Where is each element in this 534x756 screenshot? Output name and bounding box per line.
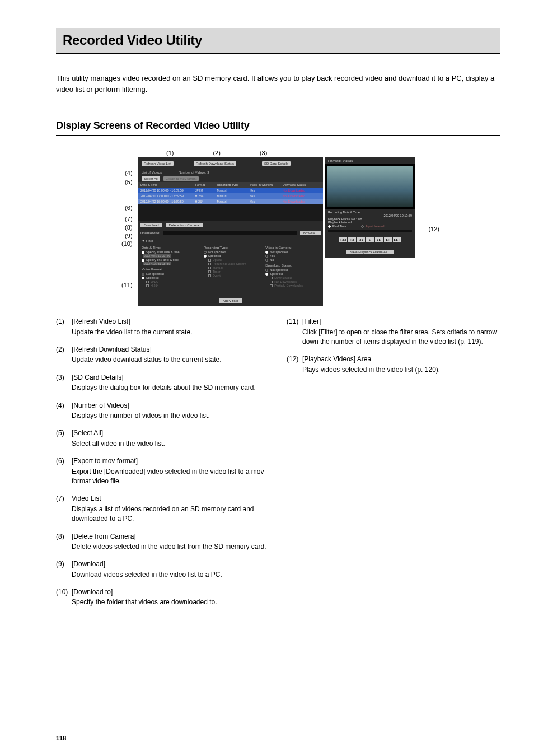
export-mov-button[interactable]: Export to mov format — [163, 176, 199, 181]
table-row[interactable]: 2012/04/20 17:00:00 - 17:59:59 H.264 Man… — [138, 193, 323, 199]
callout-7: (7) — [121, 216, 133, 222]
desc-title: [Refresh Video List] — [72, 317, 130, 326]
filter-panel: Date & Time: Specify start date & time 2… — [138, 244, 323, 292]
first-icon[interactable]: |◀◀ — [339, 237, 347, 242]
ds-notspec-radio[interactable] — [265, 269, 268, 272]
playback-video — [325, 164, 415, 209]
desc-num: (10) — [56, 587, 72, 597]
prev-icon[interactable]: |◀ — [348, 237, 356, 242]
apply-filter-button[interactable]: Apply filter — [219, 298, 242, 303]
page-title: Recorded Video Utility — [63, 32, 494, 48]
delete-button[interactable]: Delete from Camera — [166, 223, 203, 227]
desc-body: Update the video list to the current sta… — [72, 328, 270, 337]
callout-11: (11) — [121, 282, 133, 288]
save-frame-button[interactable]: Save Playback Frame As... — [346, 250, 394, 254]
desc-item: (4)[Number of Videos]Displays the number… — [56, 401, 270, 421]
download-button[interactable]: Download — [140, 223, 162, 227]
refresh-download-status-button[interactable]: Refresh Download Status — [194, 161, 236, 166]
realtime-radio[interactable] — [328, 225, 331, 228]
desc-item: (8)[Delete from Camera]Delete videos sel… — [56, 532, 270, 552]
desc-item: (2)[Refresh Download Status]Update video… — [56, 345, 270, 365]
desc-num: (1) — [56, 317, 72, 326]
callout-6: (6) — [121, 204, 133, 211]
section-heading: Display Screens of Recorded Video Utilit… — [56, 120, 500, 136]
desc-item: (9)[Download]Download videos selected in… — [56, 559, 270, 580]
callout-5: (5) — [121, 179, 133, 185]
select-all-button[interactable]: Select All — [142, 176, 160, 181]
last-icon[interactable]: ▶▶| — [393, 237, 401, 242]
playback-controls: |◀◀ |◀ ◀◀ ▶ ▶▶ ▶| ▶▶| — [325, 235, 415, 244]
desc-item: (5)[Select All]Select all video in the v… — [56, 428, 270, 449]
desc-num: (6) — [56, 456, 72, 466]
table-row[interactable]: 2012/04/22 16:00:00 - 16:59:59 H.264 Man… — [138, 199, 323, 204]
desc-body: Click [Filter] to open or close the filt… — [302, 328, 500, 347]
desc-title: [Playback Videos] Area — [302, 354, 371, 364]
desc-num: (5) — [56, 428, 72, 438]
interval-label: Playback Interval: — [328, 221, 412, 224]
upload-checkbox[interactable] — [208, 259, 211, 262]
rms-checkbox[interactable] — [208, 263, 211, 265]
desc-body: Export the [Downloaded] video selected i… — [72, 467, 270, 487]
desc-item: (3)[SD Card Details]Displays the dialog … — [56, 373, 270, 393]
browse-button[interactable]: Browse... — [300, 231, 321, 235]
start-date-checkbox[interactable] — [142, 251, 144, 254]
desc-num: (2) — [56, 345, 72, 354]
descriptions: (1)[Refresh Video List]Update the video … — [56, 317, 500, 615]
desc-body: Displays the dialog box for details abou… — [72, 383, 270, 393]
desc-num: (4) — [56, 401, 72, 410]
playback-title: Playback Videos — [325, 157, 415, 164]
equal-interval-radio[interactable] — [361, 225, 364, 228]
desc-title: [Delete from Camera] — [72, 532, 136, 542]
desc-body: Displays a list of videos recorded on an… — [72, 505, 270, 524]
ds-pdl-checkbox[interactable] — [270, 284, 273, 287]
desc-body: Specify the folder that videos are downl… — [72, 598, 270, 607]
vic-notspec-radio[interactable] — [265, 251, 268, 254]
desc-body: Download videos selected in the video li… — [72, 570, 270, 580]
ds-dl-checkbox[interactable] — [270, 277, 273, 279]
rew-icon[interactable]: ◀◀ — [357, 237, 365, 242]
vf-notspec-radio[interactable] — [142, 273, 144, 276]
vf-spec-radio[interactable] — [142, 277, 144, 279]
end-date-checkbox[interactable] — [142, 259, 144, 262]
desc-body: Update video download status to the curr… — [72, 355, 270, 365]
rt-spec-radio[interactable] — [204, 255, 207, 258]
list-label: List of Videos — [142, 171, 162, 174]
desc-title: [SD Card Details] — [72, 373, 124, 382]
vic-no-radio[interactable] — [265, 259, 268, 262]
title-bar: Recorded Video Utility — [56, 28, 500, 54]
sd-card-details-button[interactable]: SD Card Details — [262, 161, 291, 166]
play-icon[interactable]: ▶ — [366, 237, 374, 242]
jpeg-checkbox[interactable] — [146, 281, 149, 283]
desc-item: (11)[Filter]Click [Filter] to open or cl… — [287, 317, 500, 347]
download-to-label: Download to: — [140, 231, 160, 235]
callouts-top: (1) (2) (3) — [166, 150, 418, 156]
manual-checkbox[interactable] — [208, 267, 211, 269]
ds-spec-radio[interactable] — [265, 273, 268, 276]
action-bar: Download Delete from Camera — [138, 221, 323, 229]
next-icon[interactable]: ▶| — [384, 237, 392, 242]
desc-body: Plays videos selected in the video list … — [302, 365, 500, 375]
ds-ndl-checkbox[interactable] — [270, 281, 273, 283]
timer-checkbox[interactable] — [208, 270, 211, 273]
desc-item: (1)[Refresh Video List]Update the video … — [56, 317, 270, 337]
callout-8: (8) — [121, 224, 133, 231]
desc-body: Delete videos selected in the video list… — [72, 542, 270, 552]
callout-3: (3) — [260, 150, 267, 156]
intro-text: This utility manages video recorded on a… — [56, 73, 500, 95]
vic-yes-radio[interactable] — [265, 255, 268, 258]
callout-10: (10) — [121, 240, 133, 247]
table-row[interactable]: 2012/04/20 10:00:00 - 10:59:59 JPEG Manu… — [138, 188, 323, 193]
callouts-right: (12) — [428, 226, 439, 232]
h264-checkbox[interactable] — [146, 284, 149, 287]
left-column: (1)[Refresh Video List]Update the video … — [56, 317, 270, 615]
refresh-video-list-button[interactable]: Refresh Video List — [142, 161, 174, 166]
desc-item: (10)[Download to]Specify the folder that… — [56, 587, 270, 608]
ffwd-icon[interactable]: ▶▶ — [375, 237, 383, 242]
filter-toggle[interactable]: ▼ Filter — [142, 239, 153, 242]
rt-notspec-radio[interactable] — [204, 251, 207, 254]
start-date-input[interactable]: 2012 / 04 / 10 00 : 00 — [143, 254, 171, 258]
toolbar: Refresh Video List Refresh Download Stat… — [138, 157, 323, 170]
event-checkbox[interactable] — [208, 274, 211, 277]
end-date-input[interactable]: 2012 / 12 / 31 23 : 59 — [143, 262, 171, 265]
desc-body: Select all video in the video list. — [72, 439, 270, 449]
